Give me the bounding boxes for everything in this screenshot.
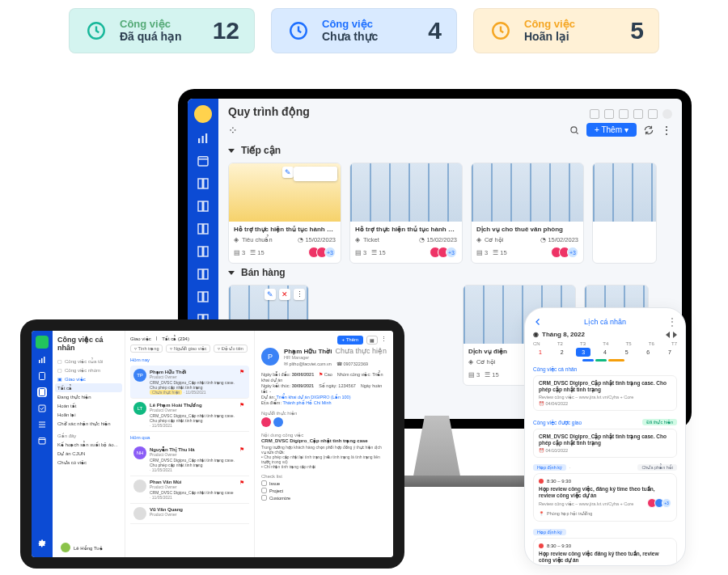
header-icon[interactable]: [648, 109, 658, 119]
book-icon[interactable]: [196, 290, 210, 304]
calendar-icon[interactable]: [37, 436, 47, 446]
process-card[interactable]: Hỗ trợ thực hiện thủ tục hành chính◈Tick…: [349, 163, 463, 264]
app-icon[interactable]: [36, 336, 49, 349]
filter-status[interactable]: ▿ Tình trạng: [130, 345, 163, 353]
nav-group[interactable]: Gần đây: [57, 433, 120, 438]
book-icon[interactable]: [196, 176, 210, 191]
flag-icon[interactable]: ⚑: [239, 446, 246, 453]
avatar-icon[interactable]: [662, 109, 672, 119]
stat-card-postponed[interactable]: Công việc Hoãn lại 5: [473, 8, 659, 53]
book-icon[interactable]: [196, 244, 210, 259]
svg-rect-10: [44, 357, 45, 363]
task-item[interactable]: NHNguyễn Thị Thu HàProduct OwnerCRM_DVSC…: [130, 443, 249, 476]
check-icon[interactable]: [37, 404, 47, 413]
nav-item[interactable]: Tất cả: [55, 383, 122, 392]
edit-icon[interactable]: ✎: [282, 167, 294, 178]
header-icon[interactable]: [619, 109, 629, 119]
checklist-item[interactable]: Issue: [261, 480, 387, 486]
edit-icon[interactable]: ✎: [265, 289, 276, 300]
nav-item[interactable]: Chờ xác nhận thực hiện: [57, 419, 120, 428]
tab[interactable]: Tất cả (234): [162, 336, 189, 341]
nav-item[interactable]: Dự án CJUN: [57, 449, 120, 458]
month-picker[interactable]: ◉Tháng 8, 2022: [533, 331, 677, 338]
tab[interactable]: Giao việc: [130, 336, 151, 341]
add-button[interactable]: + Thêm: [337, 336, 363, 345]
header-icon[interactable]: [604, 109, 614, 119]
process-card[interactable]: ✎⧉✕⋮ Hỗ trợ thực hiện thủ tục hành chính…: [228, 163, 341, 264]
header-icon[interactable]: [590, 109, 599, 119]
current-user[interactable]: Lê Hồng Tuệ: [61, 543, 103, 552]
close-icon[interactable]: ✕: [279, 289, 290, 300]
stat-value: 5: [630, 17, 644, 44]
date[interactable]: 2: [555, 348, 569, 357]
next-icon[interactable]: [673, 332, 677, 338]
layout-icon[interactable]: ▦: [366, 336, 378, 345]
chevron-down-icon: [228, 271, 235, 275]
section-heading[interactable]: Tiếp cận: [228, 145, 672, 156]
nav-group[interactable]: ▢ Công việc của tôi: [57, 358, 120, 364]
date[interactable]: 7: [662, 348, 677, 357]
nav-item[interactable]: Chưa có việc: [57, 458, 120, 467]
nav-item[interactable]: Hoàn tất: [57, 401, 120, 410]
process-card[interactable]: [592, 163, 657, 264]
task-item[interactable]: LTLê Phạm Hoài ThươngProduct OwnerCRM_DV…: [130, 399, 249, 432]
filter-assignee[interactable]: ▿ Người giao việc: [166, 345, 210, 353]
add-button[interactable]: + Thêm▾: [586, 123, 637, 137]
section-today: Họp định kỳ: [533, 464, 566, 471]
date[interactable]: 6: [641, 348, 655, 357]
chart-icon[interactable]: [37, 355, 47, 365]
book-icon[interactable]: [196, 222, 210, 236]
task-detail: + Thêm▦⋮ Chưa thực hiện P Phạm Hữu Thời …: [255, 331, 393, 557]
more-icon[interactable]: ⋮: [667, 316, 677, 328]
expand-icon[interactable]: ⁘: [228, 124, 238, 137]
list-icon[interactable]: [37, 420, 47, 429]
phone-task[interactable]: CRM_DVSC Digipro_Cập nhật tình trạng cas…: [533, 429, 677, 458]
checklist-item[interactable]: Customize: [261, 495, 387, 501]
stat-card-overdue[interactable]: Công việc Đã quá hạn 12: [69, 8, 255, 53]
section-heading[interactable]: Bán hàng: [228, 267, 672, 278]
more-icon[interactable]: ⋮: [294, 289, 305, 300]
checklist-item[interactable]: Project: [261, 488, 387, 493]
header-icons: [590, 109, 672, 119]
back-icon[interactable]: [533, 317, 543, 327]
flag-icon[interactable]: ⚑: [239, 369, 246, 375]
book-icon[interactable]: [196, 267, 210, 281]
stat-card-pending[interactable]: Công việc Chưa thực 4: [271, 8, 457, 53]
refresh-icon[interactable]: [643, 125, 654, 136]
date[interactable]: 5: [620, 348, 634, 357]
search-icon[interactable]: [569, 125, 580, 136]
task-item[interactable]: TPPhạm Hữu ThờiProduct OwnerCRM_DVSC Dig…: [130, 366, 249, 399]
gear-icon[interactable]: [36, 538, 48, 549]
filter-priority[interactable]: ▿ Độ ưu tiên: [214, 345, 248, 353]
nav-group[interactable]: ▢ Công việc nhóm: [57, 367, 120, 373]
nav-item[interactable]: Kế hoạch sản xuất bộ áo...: [57, 440, 120, 449]
header-icon[interactable]: [633, 109, 643, 119]
meeting-card[interactable]: 8:30 – 9:30 Họp review công việc, đăng k…: [533, 473, 677, 522]
chart-icon[interactable]: [196, 131, 210, 146]
avatar[interactable]: [194, 105, 212, 123]
task-icon[interactable]: [37, 387, 47, 397]
copy-icon[interactable]: ⧉: [297, 167, 308, 178]
task-item[interactable]: Vũ Văn QuangProduct Owner: [130, 504, 249, 524]
process-card[interactable]: Dịch vụ cho thuê văn phòng◈Cơ hội◔15/02/…: [471, 163, 584, 264]
more-icon[interactable]: ⋮: [661, 124, 672, 137]
nav-item[interactable]: Đang thực hiện: [57, 392, 120, 401]
prev-icon[interactable]: [666, 332, 670, 338]
date-selected[interactable]: 3: [576, 348, 590, 357]
book-icon[interactable]: [196, 199, 210, 214]
date[interactable]: 1: [533, 348, 548, 357]
more-icon[interactable]: ⋮: [326, 167, 337, 178]
flag-icon[interactable]: ⚑: [239, 402, 246, 408]
meeting-card[interactable]: 8:30 – 9:30 Họp review công việc đăng ký…: [533, 538, 677, 566]
nav-group[interactable]: ▣ Giao việc: [57, 376, 120, 382]
date[interactable]: 4: [598, 348, 612, 357]
phone-task[interactable]: CRM_DVSC Digipro_Cập nhật tình trạng cas…: [533, 375, 677, 411]
nav-item[interactable]: Hoãn lại: [57, 410, 120, 419]
more-icon[interactable]: ⋮: [381, 336, 387, 345]
clock-icon: [489, 19, 513, 43]
calendar-icon[interactable]: [196, 154, 210, 168]
flag-icon[interactable]: ⚑: [239, 480, 246, 486]
doc-icon[interactable]: [37, 371, 47, 381]
task-item[interactable]: Phan Văn MùiProduct OwnerCRM_DVSC Digipr…: [130, 476, 249, 504]
close-icon[interactable]: ✕: [311, 167, 323, 178]
